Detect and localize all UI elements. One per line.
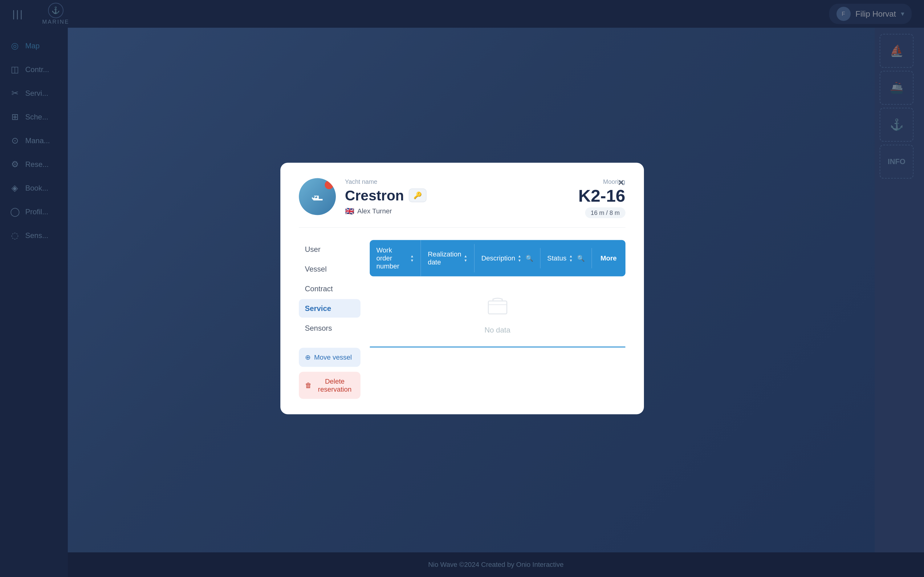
- col-description[interactable]: Description ▲ ▼ 🔍: [475, 248, 540, 269]
- delete-reservation-button[interactable]: 🗑 Delete reservation: [299, 372, 360, 399]
- delete-reservation-label: Delete reservation: [315, 377, 354, 393]
- sort-status[interactable]: ▲ ▼: [569, 254, 573, 262]
- yacht-photo: 🛥: [299, 178, 336, 215]
- nav-item-vessel[interactable]: Vessel: [299, 260, 360, 278]
- nav-item-service[interactable]: Service: [299, 299, 360, 318]
- yacht-info: Yacht name Crestron 🔑 🇬🇧 Alex Turner: [345, 178, 578, 216]
- svg-rect-0: [488, 301, 507, 314]
- flag-icon: 🇬🇧: [345, 207, 354, 216]
- col-work-order-label: Work order number: [376, 246, 408, 270]
- modal-content-area: Work order number ▲ ▼ Realization date ▲…: [370, 240, 625, 399]
- move-vessel-label: Move vessel: [314, 353, 352, 361]
- modal-nav: User Vessel Contract Service Sensors ⊕ M…: [299, 240, 360, 399]
- mooring-dimensions: 16 m / 8 m: [585, 208, 625, 218]
- col-more[interactable]: More: [592, 248, 625, 269]
- modal-header: 🛥 Yacht name Crestron 🔑 🇬🇧 Alex Turner M…: [299, 178, 625, 228]
- modal-body: User Vessel Contract Service Sensors ⊕ M…: [299, 240, 625, 399]
- sort-work-order[interactable]: ▲ ▼: [410, 254, 414, 262]
- mooring-code: K2-16: [578, 187, 625, 205]
- yacht-name-row: Crestron 🔑: [345, 187, 578, 204]
- owner-name: Alex Turner: [357, 207, 392, 215]
- trash-icon: 🗑: [305, 382, 312, 390]
- key-icon-button[interactable]: 🔑: [409, 189, 426, 202]
- col-description-label: Description: [481, 254, 515, 262]
- nav-item-contract[interactable]: Contract: [299, 280, 360, 298]
- close-button[interactable]: ✕: [614, 175, 628, 190]
- sort-description[interactable]: ▲ ▼: [518, 254, 521, 262]
- no-data-text: No data: [485, 326, 510, 334]
- move-vessel-button[interactable]: ⊕ Move vessel: [299, 348, 360, 367]
- col-work-order[interactable]: Work order number ▲ ▼: [370, 240, 421, 277]
- col-status[interactable]: Status ▲ ▼ 🔍: [540, 248, 592, 269]
- no-data-icon: [485, 295, 510, 321]
- nav-item-user[interactable]: User: [299, 240, 360, 259]
- sort-realization-date[interactable]: ▲ ▼: [464, 254, 467, 262]
- move-icon: ⊕: [305, 353, 310, 361]
- no-data-area: No data: [370, 277, 625, 343]
- status-badge: [325, 181, 333, 189]
- more-label: More: [601, 254, 617, 262]
- modal-dialog: 🛥 Yacht name Crestron 🔑 🇬🇧 Alex Turner M…: [280, 163, 644, 414]
- yacht-name-label: Yacht name: [345, 178, 578, 185]
- nav-item-sensors[interactable]: Sensors: [299, 319, 360, 337]
- yacht-owner: 🇬🇧 Alex Turner: [345, 207, 578, 216]
- col-realization-date[interactable]: Realization date ▲ ▼: [421, 244, 475, 272]
- yacht-name: Crestron: [345, 187, 404, 204]
- modal-nav-actions: ⊕ Move vessel 🗑 Delete reservation: [299, 339, 360, 399]
- search-description-icon[interactable]: 🔍: [526, 255, 533, 262]
- table-header: Work order number ▲ ▼ Realization date ▲…: [370, 240, 625, 277]
- search-status-icon[interactable]: 🔍: [577, 255, 585, 262]
- col-realization-date-label: Realization date: [428, 250, 461, 266]
- col-status-label: Status: [547, 254, 566, 262]
- table-bottom-line: [370, 347, 625, 348]
